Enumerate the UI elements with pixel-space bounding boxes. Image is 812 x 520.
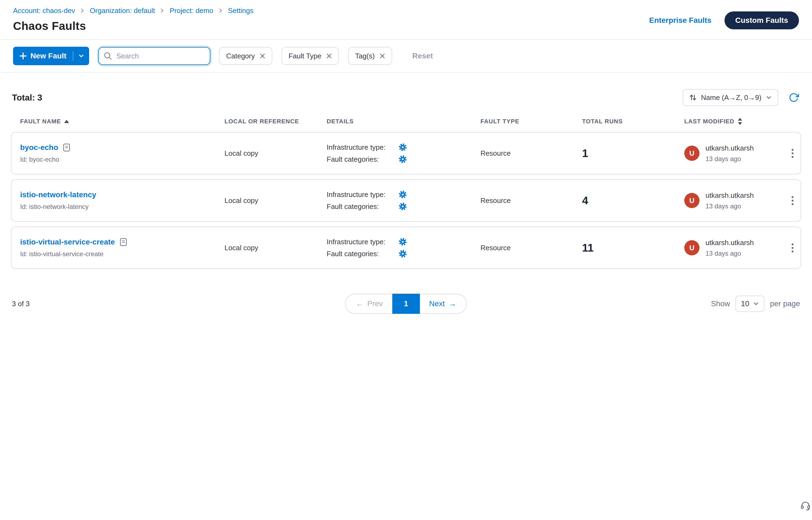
manifest-file-icon	[120, 238, 127, 246]
fault-categories-label: Fault categories:	[327, 202, 393, 211]
prev-label: Prev	[367, 300, 383, 308]
breadcrumb-settings-link[interactable]: Settings	[228, 7, 254, 14]
search-icon	[104, 52, 112, 60]
column-details: DETAILS	[327, 118, 480, 125]
close-icon[interactable]	[260, 53, 265, 59]
refresh-button[interactable]	[788, 91, 800, 104]
modified-time: 13 days ago	[706, 202, 754, 210]
list-actions: Name (A→Z, 0→9)	[683, 89, 800, 106]
kubernetes-gear-icon	[398, 250, 407, 258]
last-modified-cell: U utkarsh.utkarsh 13 days ago	[684, 191, 784, 210]
list-header: Total: 3 Name (A→Z, 0→9)	[11, 73, 801, 118]
sort-arrows-icon	[689, 94, 697, 101]
total-runs-value: 4	[582, 194, 684, 207]
new-fault-label: New Fault	[30, 52, 66, 60]
search-input[interactable]	[98, 47, 210, 65]
filter-fault-type[interactable]: Fault Type	[282, 47, 339, 65]
sort-asc-icon	[64, 120, 69, 123]
kubernetes-gear-icon	[398, 190, 407, 199]
infrastructure-type-label: Infrastructure type:	[327, 238, 393, 246]
arrow-left-icon: ←	[356, 300, 363, 308]
custom-faults-tab[interactable]: Custom Faults	[725, 11, 799, 29]
fault-id: Id: byoc-echo	[20, 156, 225, 163]
manifest-file-icon	[63, 144, 70, 152]
fault-name-link[interactable]: byoc-echo	[20, 143, 58, 152]
fault-row: istio-virtual-service-create Id: istio-v…	[11, 227, 801, 269]
page-header: Account: chaos-dev Organization: default…	[0, 0, 812, 40]
breadcrumb-account-link[interactable]: Account: chaos-dev	[13, 7, 75, 14]
sort-select[interactable]: Name (A→Z, 0→9)	[683, 89, 779, 106]
fault-row: istio-network-latency Id: istio-network-…	[11, 179, 801, 222]
total-runs-value: 1	[582, 147, 684, 159]
chevron-right-icon	[160, 8, 165, 13]
close-icon[interactable]	[380, 53, 385, 59]
chevron-right-icon	[80, 8, 85, 13]
filter-category[interactable]: Category	[219, 47, 272, 65]
close-icon[interactable]	[326, 53, 332, 59]
pagination: 3 of 3 ← Prev 1 Next → Show 10 per page	[11, 293, 801, 314]
chevron-down-icon	[753, 301, 759, 307]
column-last-modified-label: LAST MODIFIED	[684, 118, 734, 125]
fault-name-cell: istio-virtual-service-create Id: istio-v…	[20, 238, 225, 258]
chevron-down-icon[interactable]	[78, 53, 84, 59]
prev-page-button[interactable]: ← Prev	[345, 294, 392, 314]
reset-button[interactable]: Reset	[412, 52, 433, 60]
next-page-button[interactable]: Next →	[420, 294, 467, 314]
column-fault-type: FAULT TYPE	[480, 118, 582, 125]
chevron-down-icon	[766, 95, 772, 101]
total-count: Total: 3	[12, 93, 42, 103]
kubernetes-gear-icon	[398, 237, 407, 246]
page-1-button[interactable]: 1	[392, 294, 420, 314]
enterprise-faults-tab[interactable]: Enterprise Faults	[649, 16, 711, 25]
fault-id: Id: istio-network-latency	[20, 203, 225, 211]
column-last-modified[interactable]: LAST MODIFIED	[684, 118, 784, 125]
row-menu-button[interactable]	[788, 146, 797, 161]
fault-type-value: Resource	[480, 197, 582, 205]
breadcrumb-organization-link[interactable]: Organization: default	[90, 7, 155, 14]
chevron-right-icon	[218, 8, 223, 13]
breadcrumb-project-link[interactable]: Project: demo	[170, 7, 213, 14]
fault-type-value: Resource	[480, 149, 582, 158]
row-menu-button[interactable]	[788, 193, 797, 208]
faults-list: Total: 3 Name (A→Z, 0→9) FAULT NAME LOCA…	[0, 73, 812, 314]
fault-name-cell: istio-network-latency Id: istio-network-…	[20, 190, 225, 211]
sort-select-label: Name (A→Z, 0→9)	[701, 94, 762, 102]
page-size-select[interactable]: 10	[735, 295, 764, 312]
local-or-reference-value: Local copy	[225, 197, 327, 205]
new-fault-button[interactable]: New Fault	[13, 47, 89, 65]
local-or-reference-value: Local copy	[225, 244, 327, 252]
pager: ← Prev 1 Next →	[345, 294, 467, 314]
row-menu-button[interactable]	[788, 240, 797, 256]
table-header: FAULT NAME LOCAL OR REFERENCE DETAILS FA…	[11, 118, 801, 132]
modified-by: utkarsh.utkarsh	[706, 191, 754, 200]
total-runs-value: 11	[582, 242, 684, 254]
kubernetes-gear-icon	[398, 155, 407, 163]
fault-categories-label: Fault categories:	[327, 250, 393, 258]
fault-row: byoc-echo Id: byoc-echo Local copy Infra…	[11, 132, 801, 175]
avatar: U	[684, 146, 700, 161]
last-modified-cell: U utkarsh.utkarsh 13 days ago	[684, 144, 784, 163]
fault-name-link[interactable]: istio-network-latency	[20, 190, 96, 199]
filter-tags-label: Tag(s)	[355, 52, 375, 60]
kubernetes-gear-icon	[398, 202, 407, 211]
arrow-right-icon: →	[449, 300, 456, 308]
filter-tags[interactable]: Tag(s)	[348, 47, 392, 65]
fault-details: Infrastructure type: Fault categories:	[327, 190, 480, 211]
avatar: U	[684, 193, 700, 208]
support-headset-icon[interactable]	[800, 500, 811, 513]
infrastructure-type-label: Infrastructure type:	[327, 143, 393, 152]
local-or-reference-value: Local copy	[225, 149, 327, 158]
fault-details: Infrastructure type: Fault categories:	[327, 143, 480, 163]
column-local-or-reference: LOCAL OR REFERENCE	[225, 118, 327, 125]
column-fault-name[interactable]: FAULT NAME	[20, 118, 225, 125]
faults-type-switch: Enterprise Faults Custom Faults	[649, 11, 799, 29]
page-size-group: Show 10 per page	[711, 295, 800, 312]
fault-name-link[interactable]: istio-virtual-service-create	[20, 238, 115, 246]
column-total-runs: TOTAL RUNS	[582, 118, 684, 125]
plus-icon	[20, 52, 27, 59]
next-label: Next	[429, 300, 445, 308]
refresh-icon	[789, 93, 799, 103]
infrastructure-type-label: Infrastructure type:	[327, 190, 393, 199]
button-divider	[73, 51, 73, 61]
filter-chips: Category Fault Type Tag(s)	[219, 47, 392, 65]
